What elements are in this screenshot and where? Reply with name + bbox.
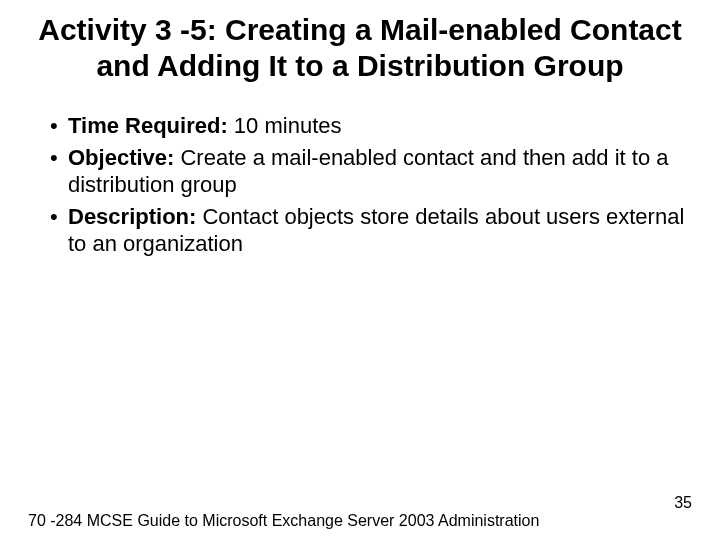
slide: Activity 3 -5: Creating a Mail-enabled C…	[0, 0, 720, 540]
slide-title: Activity 3 -5: Creating a Mail-enabled C…	[36, 12, 684, 84]
bullet-label: Objective:	[68, 145, 180, 170]
bullet-list: Time Required: 10 minutes Objective: Cre…	[28, 112, 692, 258]
list-item: Description: Contact objects store detai…	[50, 203, 692, 258]
list-item: Time Required: 10 minutes	[50, 112, 692, 140]
slide-footer: 70 -284 MCSE Guide to Microsoft Exchange…	[28, 490, 692, 530]
list-item: Objective: Create a mail-enabled contact…	[50, 144, 692, 199]
footer-text: 70 -284 MCSE Guide to Microsoft Exchange…	[28, 512, 539, 530]
bullet-text: 10 minutes	[234, 113, 342, 138]
page-number: 35	[674, 494, 692, 512]
slide-body: Time Required: 10 minutes Objective: Cre…	[28, 112, 692, 258]
bullet-label: Time Required:	[68, 113, 234, 138]
bullet-label: Description:	[68, 204, 202, 229]
